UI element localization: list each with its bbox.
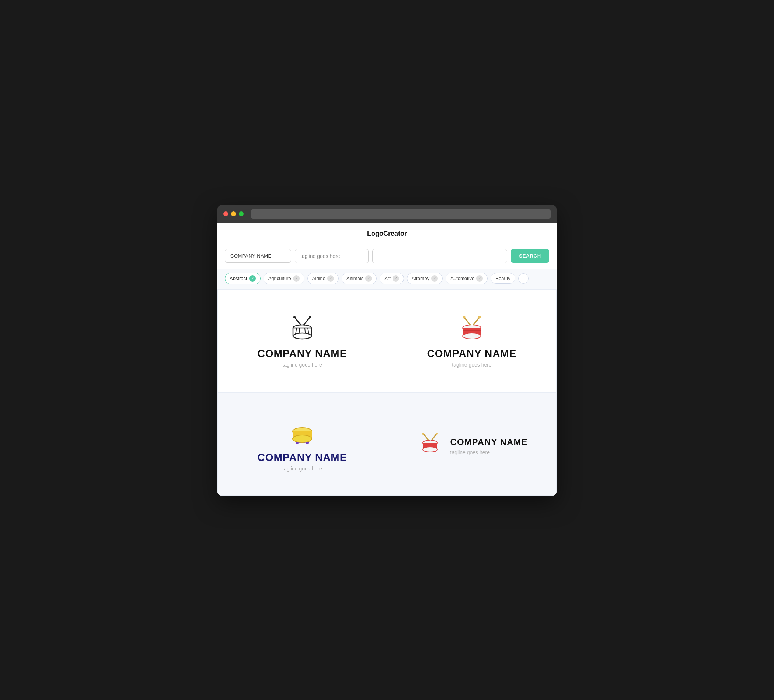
category-chip-animals[interactable]: Animals ✓ — [342, 272, 377, 284]
svg-text:✦: ✦ — [303, 324, 306, 327]
logo-1-company-name: COMPANY NAME — [258, 348, 347, 360]
svg-text:✦: ✦ — [429, 439, 431, 442]
svg-point-15 — [478, 316, 481, 318]
logo-4-text-block: COMPANY NAME tagline goes here — [450, 433, 528, 456]
svg-text:✦: ✦ — [471, 324, 474, 327]
logo-1-tagline: tagline goes here — [282, 362, 322, 368]
search-bar: SEARCH — [217, 243, 557, 269]
logo-card-4[interactable]: ✦ COMPANY NAME tagline goes here — [387, 392, 557, 495]
svg-point-31 — [422, 433, 424, 435]
category-label: Beauty — [495, 276, 510, 281]
app-title: LogoCreator — [367, 230, 407, 237]
category-label: Art — [384, 276, 391, 281]
category-label: Animals — [346, 276, 364, 281]
svg-point-10 — [293, 333, 311, 339]
next-category-button[interactable]: → — [518, 273, 529, 284]
drum-icon-2: ✦ — [455, 314, 488, 343]
check-icon-animals: ✓ — [365, 275, 372, 282]
category-chip-attorney[interactable]: Attorney ✓ — [407, 272, 443, 284]
address-bar — [251, 209, 551, 219]
svg-point-2 — [293, 316, 296, 318]
category-label: Attorney — [412, 276, 429, 281]
tagline-input[interactable] — [295, 249, 369, 263]
drum-icon-4: ✦ — [416, 431, 444, 457]
drum-icon-3 — [286, 416, 319, 447]
logo-2-tagline: tagline goes here — [452, 362, 491, 368]
logo-card-2[interactable]: ✦ COMPANY NAME tagline goes here — [387, 289, 557, 392]
browser-window: LogoCreator SEARCH Abstract ✓ Agricultur… — [217, 205, 557, 495]
check-icon-automotive: ✓ — [476, 275, 483, 282]
category-label: Automotive — [450, 276, 475, 281]
category-chip-automotive[interactable]: Automotive ✓ — [446, 272, 488, 284]
svg-point-3 — [309, 316, 311, 318]
svg-point-14 — [463, 316, 465, 318]
category-chip-airline[interactable]: Airline ✓ — [308, 272, 339, 284]
category-chip-art[interactable]: Art ✓ — [380, 272, 404, 284]
svg-point-28 — [293, 435, 312, 442]
category-label: Agriculture — [268, 276, 291, 281]
check-icon-attorney: ✓ — [431, 275, 438, 282]
check-icon-abstract: ✓ — [249, 275, 256, 282]
logo-4-company-name: COMPANY NAME — [450, 437, 528, 447]
extra-search-input[interactable] — [372, 249, 507, 263]
category-bar: Abstract ✓ Agriculture ✓ Airline ✓ Anima… — [217, 269, 557, 289]
drum-icon-1: ✦ — [286, 314, 319, 343]
category-label: Abstract — [230, 276, 247, 281]
check-icon-art: ✓ — [392, 275, 399, 282]
app-header: LogoCreator — [217, 223, 557, 243]
category-chip-beauty[interactable]: Beauty — [491, 273, 515, 284]
svg-point-37 — [423, 447, 438, 452]
maximize-button[interactable] — [239, 211, 244, 216]
check-icon-agriculture: ✓ — [293, 275, 299, 282]
close-button[interactable] — [223, 211, 228, 216]
logo-2-company-name: COMPANY NAME — [427, 348, 517, 360]
logo-3-company-name: COMPANY NAME — [258, 452, 347, 464]
minimize-button[interactable] — [231, 211, 236, 216]
logo-3-tagline: tagline goes here — [282, 466, 322, 472]
svg-point-32 — [436, 433, 438, 435]
logo-grid: ✦ COMPANY NAME tagline goes here — [217, 289, 557, 495]
svg-point-20 — [463, 333, 481, 339]
category-chip-abstract[interactable]: Abstract ✓ — [225, 272, 261, 284]
logo-card-1[interactable]: ✦ COMPANY NAME tagline goes here — [217, 289, 387, 392]
logo-4-tagline: tagline goes here — [450, 449, 528, 456]
category-label: Airline — [312, 276, 326, 281]
browser-content: LogoCreator SEARCH Abstract ✓ Agricultur… — [217, 223, 557, 495]
browser-titlebar — [217, 205, 557, 223]
category-chip-agriculture[interactable]: Agriculture ✓ — [263, 272, 304, 284]
company-name-input[interactable] — [225, 249, 291, 262]
search-button[interactable]: SEARCH — [511, 249, 549, 262]
check-icon-airline: ✓ — [327, 275, 334, 282]
logo-card-3[interactable]: COMPANY NAME tagline goes here — [217, 392, 387, 495]
